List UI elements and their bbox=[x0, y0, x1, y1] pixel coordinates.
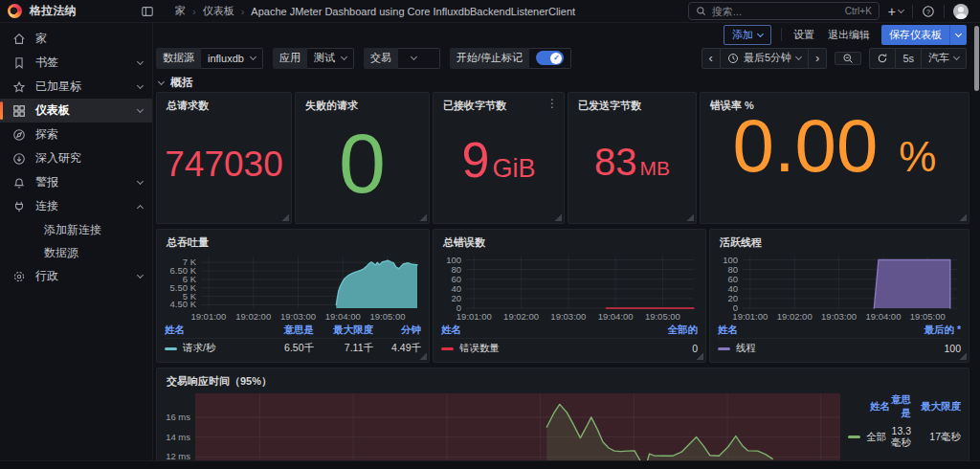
var-transaction-select[interactable] bbox=[398, 48, 440, 69]
search-input[interactable] bbox=[712, 6, 839, 17]
sidebar-item-connections[interactable]: 连接 bbox=[0, 194, 152, 218]
series-swatch bbox=[848, 436, 860, 438]
header-left: 格拉法纳 家 › 仪表板 › Apache JMeter Dashboard u… bbox=[0, 3, 575, 19]
svg-text:0: 0 bbox=[733, 302, 738, 313]
panel-total-errors: 总错误数 19:01:0019:02:0019:03:0019:04:0019:… bbox=[433, 229, 706, 363]
resize-handle[interactable] bbox=[419, 352, 427, 360]
svg-text:19:04:00: 19:04:00 bbox=[598, 311, 634, 322]
legend-value: 17毫秒 bbox=[911, 429, 961, 445]
charts-row: 总吞吐量 19:01:0019:02:0019:03:0019:04:0019:… bbox=[156, 229, 969, 363]
legend-header[interactable]: 姓名 bbox=[848, 398, 890, 414]
search-box[interactable]: Ctrl+K bbox=[688, 2, 880, 20]
panel-failed-requests: 失败的请求 0 bbox=[295, 92, 430, 224]
svg-text:19:03:00: 19:03:00 bbox=[821, 311, 857, 322]
stat-value: 0.00 bbox=[733, 108, 879, 183]
legend-series[interactable]: 线程 bbox=[718, 339, 894, 358]
resize-handle[interactable] bbox=[959, 352, 967, 360]
svg-text:80: 80 bbox=[451, 264, 461, 275]
sidebar-item-alerting[interactable]: 警报 bbox=[0, 170, 152, 194]
sidebar-item-home[interactable]: 家 bbox=[0, 27, 152, 51]
panel-title[interactable]: 总错误数 bbox=[434, 230, 705, 252]
errors-chart[interactable]: 19:01:0019:02:0019:03:0019:04:0019:05:00… bbox=[437, 251, 702, 324]
legend-value: 6.50千 bbox=[256, 341, 314, 357]
response-time-chart[interactable]: 12 ms14 ms16 ms bbox=[161, 388, 842, 469]
panel-title[interactable]: 已发送字节数 bbox=[568, 93, 696, 115]
resize-handle[interactable] bbox=[686, 213, 694, 221]
breadcrumb-home[interactable]: 家 bbox=[175, 4, 186, 18]
zoom-out-button[interactable] bbox=[835, 52, 861, 65]
exit-edit-button[interactable]: 退出编辑 bbox=[826, 25, 872, 45]
resize-handle[interactable] bbox=[959, 213, 967, 221]
errors-legend: 姓名 全部的 错误数量 0 bbox=[441, 322, 698, 358]
time-forward-button[interactable]: › bbox=[809, 48, 827, 69]
top-header: 格拉法纳 家 › 仪表板 › Apache JMeter Dashboard u… bbox=[0, 0, 980, 23]
legend-header[interactable]: 最后的 * bbox=[894, 322, 961, 338]
legend-header[interactable]: 全部的 bbox=[631, 322, 698, 338]
panel-title[interactable]: 总吞吐量 bbox=[157, 230, 429, 252]
resize-handle[interactable] bbox=[554, 213, 562, 221]
dock-menu-icon[interactable] bbox=[141, 5, 154, 18]
time-range-picker[interactable]: 最后5分钟 bbox=[721, 48, 809, 69]
time-back-button[interactable]: ‹ bbox=[702, 48, 721, 69]
clock-icon bbox=[727, 53, 739, 64]
var-application-select[interactable]: 测试 bbox=[307, 48, 354, 69]
panel-menu-icon[interactable]: ⋮ bbox=[546, 97, 559, 110]
edit-toolbar: 添加 设置 退出编辑 保存仪表板 bbox=[153, 23, 972, 45]
threads-chart[interactable]: 19:01:0019:02:0019:03:0019:04:0019:05:00… bbox=[714, 251, 965, 324]
legend-header[interactable]: 姓名 bbox=[441, 322, 631, 338]
sidebar-item-drilldown[interactable]: 深入研究 bbox=[0, 146, 152, 170]
sidebar-item-add-connection[interactable]: 添加新连接 bbox=[0, 218, 152, 241]
add-panel-button[interactable]: 添加 bbox=[724, 25, 771, 45]
resize-handle[interactable] bbox=[696, 352, 703, 360]
legend-series[interactable]: 请求/秒 bbox=[165, 339, 256, 358]
marker-toggle[interactable] bbox=[536, 51, 564, 65]
search-icon bbox=[696, 6, 706, 16]
resize-handle[interactable] bbox=[281, 213, 289, 221]
sidebar-item-datasources[interactable]: 数据源 bbox=[0, 241, 152, 264]
threads-legend: 姓名 最后的 * 线程 100 bbox=[718, 322, 961, 358]
resize-handle[interactable] bbox=[419, 213, 427, 221]
plug-icon bbox=[12, 200, 26, 213]
divider bbox=[944, 5, 945, 18]
user-avatar[interactable] bbox=[953, 4, 969, 19]
var-marker-label: 开始/停止标记 bbox=[450, 48, 529, 69]
legend-series[interactable]: 错误数量 bbox=[441, 339, 631, 358]
grafana-logo[interactable] bbox=[8, 4, 22, 18]
sidebar-item-starred[interactable]: 已加星标 bbox=[0, 75, 152, 99]
sidebar-item-dashboards[interactable]: 仪表板 bbox=[0, 99, 152, 123]
chevron-down-icon bbox=[341, 54, 347, 60]
legend-header[interactable]: 意思是 bbox=[890, 391, 911, 421]
svg-text:19:01:00: 19:01:00 bbox=[190, 311, 226, 322]
question-icon: ? bbox=[922, 5, 935, 18]
sidebar-item-explore[interactable]: 探索 bbox=[0, 123, 152, 146]
var-datasource-label: 数据源 bbox=[156, 48, 201, 69]
settings-button[interactable]: 设置 bbox=[791, 25, 816, 45]
breadcrumb-dashboards[interactable]: 仪表板 bbox=[203, 4, 234, 18]
legend-header[interactable]: 姓名 bbox=[718, 322, 894, 338]
help-button[interactable]: ? bbox=[922, 5, 935, 18]
save-dropdown-button[interactable] bbox=[949, 25, 967, 45]
legend-header[interactable]: 最大限度 bbox=[911, 398, 961, 414]
stat-value: 0 bbox=[339, 122, 386, 206]
save-dashboard-button[interactable]: 保存仪表板 bbox=[881, 25, 949, 45]
sidebar-item-bookmarks[interactable]: 书签 bbox=[0, 51, 152, 75]
sidebar-item-administration[interactable]: 行政 bbox=[0, 264, 152, 288]
row-section-toggle[interactable]: 概括 bbox=[156, 71, 969, 92]
chevron-down-icon bbox=[955, 30, 962, 36]
auto-refresh-picker[interactable]: 汽车 bbox=[922, 48, 967, 69]
legend-series[interactable]: 全部 bbox=[848, 428, 890, 447]
new-menu-button[interactable]: + bbox=[888, 5, 903, 18]
panel-title[interactable]: 已接收字节数 bbox=[434, 93, 564, 115]
svg-text:100: 100 bbox=[446, 255, 461, 265]
legend-header[interactable]: 最大限度 bbox=[314, 322, 373, 338]
refresh-button[interactable] bbox=[869, 48, 896, 69]
throughput-chart[interactable]: 19:01:0019:02:0019:03:0019:04:0019:05:00… bbox=[161, 251, 425, 324]
legend-header[interactable]: 意思是 bbox=[256, 322, 314, 338]
var-datasource-select[interactable]: influxdb bbox=[201, 48, 263, 69]
breadcrumb: 家 › 仪表板 › Apache JMeter Dashboard using … bbox=[175, 4, 575, 18]
legend-header[interactable]: 姓名 bbox=[165, 322, 256, 338]
scrollbar-thumb[interactable] bbox=[974, 26, 979, 91]
panel-title[interactable]: 活跃线程 bbox=[710, 230, 969, 252]
refresh-interval-value[interactable]: 5s bbox=[896, 48, 922, 69]
legend-header[interactable]: 分钟 bbox=[373, 322, 421, 338]
